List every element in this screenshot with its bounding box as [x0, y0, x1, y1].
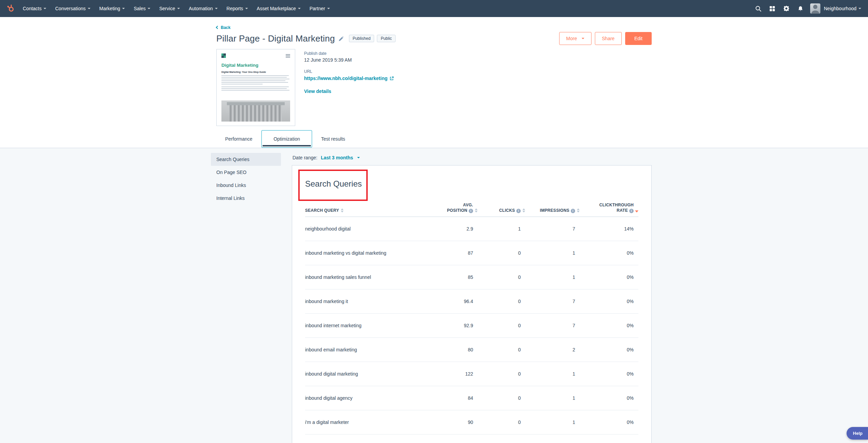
caret-down-icon	[357, 157, 360, 158]
cell-impressions: 1	[525, 386, 580, 410]
tab-test-results[interactable]: Test results	[312, 130, 354, 148]
help-button[interactable]: Help	[847, 427, 868, 440]
column-header-search-query[interactable]: SEARCH QUERY	[305, 208, 417, 213]
sidebar-item[interactable]: Search Queries	[211, 153, 281, 166]
table-row[interactable]: inbound marketing it 96.4 0 7 0%	[305, 289, 638, 314]
search-icon[interactable]	[751, 5, 765, 12]
column-header-impressions[interactable]: IMPRESSIONS	[525, 208, 580, 213]
nav-item[interactable]: Reports	[222, 0, 252, 17]
sort-carets-icon	[340, 208, 344, 213]
nav-item[interactable]: Asset Marketplace	[252, 0, 305, 17]
date-range-select[interactable]: Last 3 months	[321, 155, 360, 160]
sidebar-item[interactable]: Internal Links	[211, 192, 281, 205]
share-button[interactable]: Share	[595, 32, 622, 45]
cell-clicks: 0	[478, 338, 525, 362]
top-navbar: Contacts Conversations Marketing Sales S…	[0, 0, 868, 17]
caret-down-icon	[88, 8, 90, 9]
back-link[interactable]: Back	[216, 25, 231, 30]
table-row[interactable]: inbound digital agency 84 0 1 0%	[305, 386, 638, 410]
table-row[interactable]: inbound internet marketing 92.9 0 7 0%	[305, 314, 638, 338]
settings-icon[interactable]	[779, 5, 794, 12]
nav-menu: Contacts Conversations Marketing Sales S…	[18, 0, 334, 17]
page-title: Pillar Page - Digital Marketing	[216, 33, 335, 44]
cell-avg-position: 92.9	[417, 314, 478, 337]
search-queries-table: SEARCH QUERY AVG. POSITION CLICKS	[305, 202, 638, 434]
column-label: CLICKS	[499, 208, 515, 213]
nav-item-label: Partner	[310, 6, 325, 11]
nav-item-label: Automation	[189, 6, 213, 11]
share-button-label: Share	[602, 36, 615, 41]
tab-performance[interactable]: Performance	[216, 130, 261, 148]
caret-down-icon	[148, 8, 150, 9]
cell-search-query: inbound email marketing	[305, 338, 417, 362]
column-header-clickthrough-rate[interactable]: CLICKTHROUGH RATE	[580, 202, 638, 213]
tab-optimization[interactable]: Optimization	[261, 130, 312, 148]
cell-avg-position: 87	[417, 241, 478, 265]
search-queries-card: Search Queries SEARCH QUERY AVG. POSITIO…	[292, 165, 652, 443]
hero-row: Digital Marketing Digital Marketing: You…	[216, 49, 652, 126]
header-actions: More Share Edit	[559, 32, 652, 45]
column-header-avg-position[interactable]: AVG. POSITION	[417, 202, 478, 213]
info-icon[interactable]	[571, 209, 575, 213]
page-url-link[interactable]: https://www.nbh.co/digital-marketing	[304, 76, 394, 81]
more-button[interactable]: More	[559, 32, 591, 45]
caret-down-icon	[245, 8, 248, 9]
nav-item-label: Asset Marketplace	[257, 6, 296, 11]
date-range-value: Last 3 months	[321, 155, 353, 160]
table-row[interactable]: inbound marketing vs digital marketing 8…	[305, 241, 638, 265]
cell-clicks: 0	[478, 265, 525, 289]
cell-clicks: 1	[478, 217, 525, 241]
thumbnail-logo-icon	[221, 53, 226, 58]
table-row[interactable]: neighbourhood digital 2.9 1 7 14%	[305, 217, 638, 241]
hubspot-logo-icon[interactable]	[6, 4, 15, 13]
nav-item[interactable]: Partner	[305, 0, 334, 17]
caret-down-icon	[858, 8, 861, 9]
edit-button[interactable]: Edit	[625, 32, 652, 45]
nav-item[interactable]: Automation	[184, 0, 222, 17]
notifications-icon[interactable]	[794, 6, 807, 12]
info-icon[interactable]	[516, 209, 521, 213]
cell-avg-position: 122	[417, 362, 478, 386]
cell-impressions: 7	[525, 289, 580, 313]
sidebar-item[interactable]: Inbound Links	[211, 179, 281, 192]
nav-item[interactable]: Contacts	[18, 0, 51, 17]
card-heading: Search Queries	[305, 179, 638, 189]
thumbnail-subtitle: Digital Marketing: Your One-Stop Guide	[221, 71, 290, 73]
view-details-link[interactable]: View details	[304, 89, 331, 94]
table-header: SEARCH QUERY AVG. POSITION CLICKS	[305, 202, 638, 217]
sidebar-item[interactable]: On Page SEO	[211, 166, 281, 179]
nav-item[interactable]: Conversations	[51, 0, 95, 17]
cell-avg-position: 2.9	[417, 217, 478, 241]
info-icon[interactable]	[469, 209, 473, 213]
table-row[interactable]: inbound marketing sales funnel 85 0 1 0%	[305, 265, 638, 289]
tabs: Performance Optimization Test results	[216, 130, 652, 148]
cell-clickthrough-rate: 0%	[580, 265, 638, 289]
thumbnail-title: Digital Marketing	[221, 63, 290, 68]
page-thumbnail[interactable]: Digital Marketing Digital Marketing: You…	[216, 49, 295, 126]
table-row[interactable]: inbound digital marketing 122 0 1 0%	[305, 362, 638, 386]
cell-impressions: 1	[525, 362, 580, 386]
nav-item[interactable]: Service	[155, 0, 184, 17]
cell-clicks: 0	[478, 289, 525, 313]
cell-impressions: 7	[525, 217, 580, 241]
account-menu[interactable]: Neighbourhood	[824, 6, 861, 11]
column-header-clicks[interactable]: CLICKS	[478, 208, 525, 213]
nav-item[interactable]: Marketing	[95, 0, 129, 17]
caret-down-icon	[122, 8, 125, 9]
caret-down-icon	[582, 38, 584, 39]
avatar[interactable]	[810, 3, 820, 14]
table-row[interactable]: i'm a digital marketer 90 0 1 0%	[305, 410, 638, 434]
thumbnail-text-lines	[221, 86, 290, 91]
nav-item[interactable]: Sales	[129, 0, 155, 17]
table-row[interactable]: inbound email marketing 80 0 2 0%	[305, 338, 638, 362]
cell-clickthrough-rate: 0%	[580, 410, 638, 434]
info-icon[interactable]	[629, 209, 634, 213]
cell-clickthrough-rate: 0%	[580, 338, 638, 362]
marketplace-icon[interactable]	[765, 6, 779, 12]
nav-item-label: Service	[159, 6, 175, 11]
cell-clickthrough-rate: 14%	[580, 217, 638, 241]
cell-impressions: 2	[525, 338, 580, 362]
edit-title-pencil-icon[interactable]	[338, 36, 344, 42]
sort-carets-icon	[522, 208, 525, 213]
page-header: Back Pillar Page - Digital Marketing Pub…	[0, 17, 868, 148]
